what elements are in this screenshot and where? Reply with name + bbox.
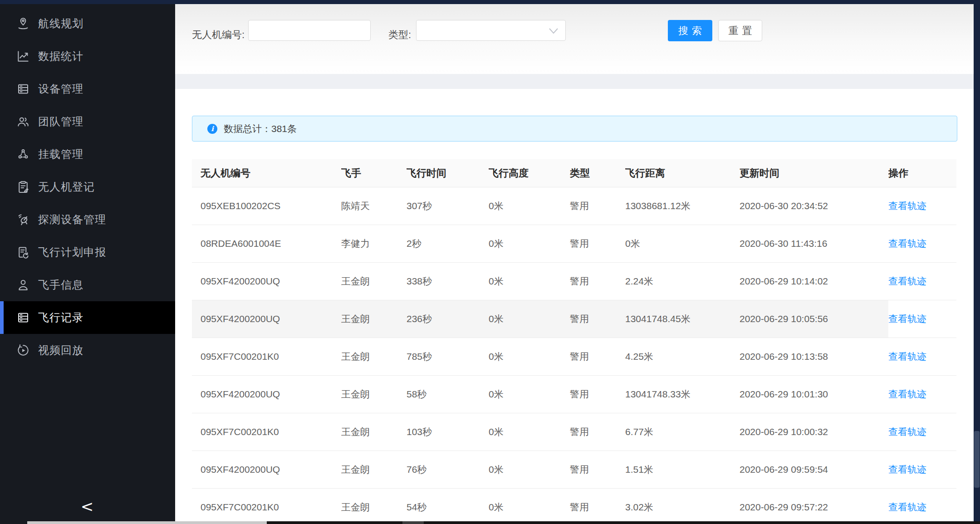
cell-updated: 2020-06-29 09:59:54 <box>740 451 888 488</box>
cell-duration: 76秒 <box>407 451 489 488</box>
replay-icon <box>16 343 30 357</box>
cell-distance: 3.02米 <box>625 489 740 524</box>
sidebar-item-records[interactable]: 飞行记录 <box>0 301 175 334</box>
cell-updated: 2020-06-29 09:57:22 <box>740 489 888 524</box>
cell-pilot: 王金朗 <box>341 489 407 524</box>
sidebar-item-document-sync[interactable]: 飞行计划申报 <box>0 236 175 269</box>
table-row: 095XF7C00201K0 王金朗 103秒 0米 警用 6.77米 2020… <box>192 413 956 451</box>
main-content: 无人机编号: 类型: 搜索 重置 i 数据总计：381条 无人机编号 飞手 飞行… <box>175 4 974 524</box>
sidebar-item-route-pin[interactable]: 航线规划 <box>0 7 175 40</box>
sidebar-item-person[interactable]: 飞手信息 <box>0 269 175 301</box>
table-row: 095XF7C00201K0 王金朗 54秒 0米 警用 3.02米 2020-… <box>192 489 956 524</box>
flight-records-table: 无人机编号 飞手 飞行时间 飞行高度 类型 飞行距离 更新时间 操作 095XE… <box>192 159 956 524</box>
sidebar-item-chart-line[interactable]: 数据统计 <box>0 40 175 73</box>
cell-drone-id: 095XF4200200UQ <box>192 300 341 338</box>
sidebar-item-label: 团队管理 <box>38 114 83 129</box>
cell-type: 警用 <box>570 300 625 338</box>
table-row: 095XF4200200UQ 王金朗 338秒 0米 警用 2.24米 2020… <box>192 263 956 300</box>
view-track-link[interactable]: 查看轨迹 <box>888 275 926 288</box>
table-row: 095XF4200200UQ 王金朗 76秒 0米 警用 1.51米 2020-… <box>192 451 956 489</box>
table-header-row: 无人机编号 飞手 飞行时间 飞行高度 类型 飞行距离 更新时间 操作 <box>192 159 956 187</box>
view-track-link[interactable]: 查看轨迹 <box>888 463 926 476</box>
horizontal-scrollbar[interactable] <box>0 521 980 524</box>
cell-updated: 2020-06-29 10:01:30 <box>740 376 888 413</box>
sidebar-item-clipboard-pen[interactable]: 无人机登记 <box>0 171 175 203</box>
sidebar-item-payload-hub[interactable]: 挂载管理 <box>0 138 175 171</box>
cell-action: 查看轨迹 <box>888 300 956 338</box>
view-track-link[interactable]: 查看轨迹 <box>888 501 926 514</box>
cell-type: 警用 <box>570 376 625 413</box>
document-sync-icon <box>16 245 30 259</box>
col-header-altitude: 飞行高度 <box>489 167 570 180</box>
sidebar-item-replay[interactable]: 视频回放 <box>0 334 175 367</box>
cell-updated: 2020-06-29 10:14:02 <box>740 263 888 300</box>
cell-duration: 103秒 <box>407 413 489 451</box>
cell-distance: 6.77米 <box>625 413 740 451</box>
col-header-action: 操作 <box>888 167 956 180</box>
table-panel: i 数据总计：381条 无人机编号 飞手 飞行时间 飞行高度 类型 飞行距离 更… <box>175 89 974 524</box>
cell-duration: 338秒 <box>407 263 489 300</box>
cell-distance: 13041748.33米 <box>625 376 740 413</box>
cell-action: 查看轨迹 <box>888 489 956 524</box>
cell-altitude: 0米 <box>489 413 570 451</box>
type-select[interactable] <box>416 20 566 41</box>
cell-duration: 54秒 <box>407 489 489 524</box>
cell-type: 警用 <box>570 451 625 488</box>
sidebar-item-server[interactable]: 设备管理 <box>0 73 175 105</box>
cell-pilot: 王金朗 <box>341 300 407 338</box>
section-divider <box>175 74 974 89</box>
server-icon <box>16 82 30 96</box>
cell-pilot: 陈靖天 <box>341 187 407 225</box>
sidebar-item-team[interactable]: 团队管理 <box>0 105 175 138</box>
team-icon <box>16 115 30 128</box>
table-row: 095XF4200200UQ 王金朗 236秒 0米 警用 13041748.4… <box>192 300 956 338</box>
cell-action: 查看轨迹 <box>888 263 956 300</box>
view-track-link[interactable]: 查看轨迹 <box>888 313 926 325</box>
vertical-scrollbar-thumb[interactable] <box>974 431 980 488</box>
cell-updated: 2020-06-29 10:13:58 <box>740 338 888 375</box>
col-header-distance: 飞行距离 <box>625 167 740 180</box>
cell-duration: 785秒 <box>407 338 489 375</box>
horizontal-scrollbar-thumb[interactable] <box>27 521 267 524</box>
cell-altitude: 0米 <box>489 187 570 225</box>
cell-pilot: 李健力 <box>341 225 407 262</box>
search-panel: 无人机编号: 类型: 搜索 重置 <box>175 4 974 74</box>
cell-distance: 13041748.45米 <box>625 300 740 338</box>
col-header-type: 类型 <box>570 167 625 180</box>
cell-drone-id: 095XF7C00201K0 <box>192 489 341 524</box>
vertical-scrollbar[interactable] <box>974 4 980 524</box>
cell-updated: 2020-06-29 10:05:56 <box>740 300 888 338</box>
table-body: 095XEB100202CS 陈靖天 307秒 0米 警用 13038681.1… <box>192 187 956 524</box>
col-header-drone-id: 无人机编号 <box>192 167 341 180</box>
view-track-link[interactable]: 查看轨迹 <box>888 388 926 401</box>
cell-altitude: 0米 <box>489 489 570 524</box>
cell-pilot: 王金朗 <box>341 338 407 375</box>
cell-pilot: 王金朗 <box>341 413 407 451</box>
cell-altitude: 0米 <box>489 338 570 375</box>
cell-action: 查看轨迹 <box>888 187 956 225</box>
cell-altitude: 0米 <box>489 225 570 262</box>
view-track-link[interactable]: 查看轨迹 <box>888 426 926 438</box>
view-track-link[interactable]: 查看轨迹 <box>888 200 926 212</box>
reset-button[interactable]: 重置 <box>718 20 762 41</box>
cell-drone-id: 095XF4200200UQ <box>192 451 341 488</box>
cell-pilot: 王金朗 <box>341 263 407 300</box>
payload-hub-icon <box>16 147 30 161</box>
cell-updated: 2020-06-29 10:00:32 <box>740 413 888 451</box>
col-header-pilot: 飞手 <box>341 167 407 180</box>
cell-drone-id: 095XF4200200UQ <box>192 263 341 300</box>
sidebar-collapse-button[interactable]: < <box>73 497 102 516</box>
cell-altitude: 0米 <box>489 263 570 300</box>
total-count-banner: i 数据总计：381条 <box>192 116 957 142</box>
drone-id-input[interactable] <box>248 20 371 41</box>
view-track-link[interactable]: 查看轨迹 <box>888 350 926 363</box>
sidebar-item-radar-dish[interactable]: 探测设备管理 <box>0 203 175 236</box>
cell-drone-id: 095XF7C00201K0 <box>192 413 341 451</box>
cell-distance: 0米 <box>625 225 740 262</box>
sidebar-item-label: 数据统计 <box>38 49 83 64</box>
search-button[interactable]: 搜索 <box>668 20 712 41</box>
col-header-duration: 飞行时间 <box>407 167 489 180</box>
cell-altitude: 0米 <box>489 376 570 413</box>
cell-pilot: 王金朗 <box>341 376 407 413</box>
view-track-link[interactable]: 查看轨迹 <box>888 237 926 250</box>
